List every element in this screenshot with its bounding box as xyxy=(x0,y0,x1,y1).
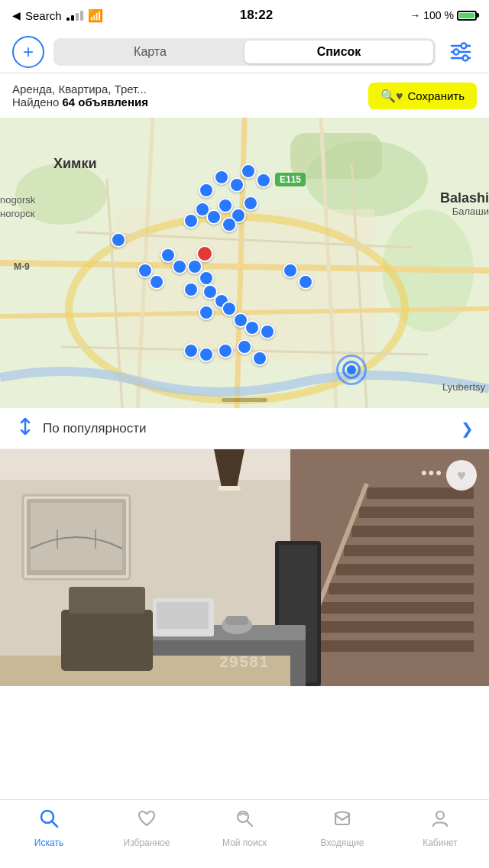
svg-point-5 xyxy=(463,55,468,60)
tab-inbox[interactable]: Входящие xyxy=(293,808,391,848)
sort-icon xyxy=(15,416,35,441)
svg-point-58 xyxy=(436,811,444,819)
tab-profile[interactable]: Кабинет xyxy=(391,808,489,848)
tab-inbox-label: Входящие xyxy=(321,837,364,848)
map-label-lyubertsy: Lyubertsy xyxy=(442,381,485,393)
filter-button[interactable] xyxy=(445,36,477,68)
map-pin[interactable] xyxy=(229,177,244,193)
status-time: 18:22 xyxy=(240,8,273,23)
add-button[interactable]: + xyxy=(12,36,44,68)
svg-rect-10 xyxy=(290,133,382,179)
listing-more-button[interactable]: ••• xyxy=(421,463,443,483)
svg-rect-37 xyxy=(351,526,474,537)
map-pin[interactable] xyxy=(218,198,233,213)
map-pin[interactable] xyxy=(260,324,275,339)
map-pin[interactable] xyxy=(241,164,256,179)
filter-icon xyxy=(449,41,473,63)
tab-favorites[interactable]: Избранное xyxy=(98,808,196,848)
listing-image xyxy=(0,449,489,686)
location-icon: → xyxy=(410,9,420,21)
svg-rect-31 xyxy=(306,640,474,652)
listing-favorite-button[interactable]: ♥ xyxy=(446,460,477,491)
tab-profile-label: Кабинет xyxy=(423,837,458,848)
status-carrier: ◀ Search 📶 xyxy=(12,8,103,23)
svg-rect-32 xyxy=(313,621,474,633)
map-label-nogorsk2: ногорск xyxy=(0,208,35,219)
map-label-khimki: Химки xyxy=(53,156,96,172)
signal-icon xyxy=(66,10,83,21)
segment-map-button[interactable]: Карта xyxy=(56,40,244,63)
sort-bar[interactable]: По популярности ❯ xyxy=(0,408,489,449)
segment-list-button[interactable]: Список xyxy=(244,40,433,63)
status-battery: → 100 % xyxy=(410,9,477,21)
battery-icon xyxy=(457,11,477,21)
ripple-pin xyxy=(336,355,367,385)
nav-bar: + Карта Список xyxy=(0,31,489,73)
svg-rect-48 xyxy=(225,616,248,625)
search-info-text: Аренда, Квартира, Трет... Найдено 64 объ… xyxy=(12,83,148,108)
svg-rect-46 xyxy=(157,602,209,629)
tab-my-search[interactable]: Мой поиск xyxy=(196,808,293,848)
tab-bar: Искать Избранное Мой поиск Входящие xyxy=(0,799,489,868)
segment-control: Карта Список xyxy=(53,38,436,66)
svg-line-57 xyxy=(247,821,252,826)
map-container[interactable]: Химки nogorsk ногорск Balashi Балаши Lyu… xyxy=(0,118,489,408)
favorites-tab-icon xyxy=(136,808,157,834)
sort-chevron-icon: ❯ xyxy=(461,419,474,438)
map-pin[interactable] xyxy=(256,173,271,188)
map-label-balashi2: Балаши xyxy=(452,206,489,217)
profile-tab-icon xyxy=(429,808,451,834)
map-label-nogorsk: nogorsk xyxy=(0,194,35,206)
map-pin[interactable] xyxy=(111,232,126,248)
map-pin[interactable] xyxy=(206,209,222,225)
search-count: Найдено 64 объявления xyxy=(12,96,148,108)
heart-icon: ♥ xyxy=(457,467,466,484)
svg-rect-33 xyxy=(321,602,474,614)
map-label-balashi: Balashi xyxy=(440,190,489,206)
map-pin[interactable] xyxy=(222,217,237,232)
battery-percent: 100 % xyxy=(423,9,454,21)
map-pin[interactable] xyxy=(183,213,199,228)
search-tab-icon xyxy=(38,808,60,834)
map-pin[interactable] xyxy=(298,274,313,290)
tab-search-label: Искать xyxy=(34,837,63,848)
map-pin[interactable] xyxy=(199,270,214,286)
map-pin[interactable] xyxy=(214,170,229,185)
inbox-tab-icon xyxy=(332,808,353,834)
svg-line-55 xyxy=(52,821,57,827)
tab-search[interactable]: Искать xyxy=(0,808,98,848)
map-label-m9: M-9 xyxy=(14,261,30,272)
map-pin[interactable] xyxy=(183,282,199,297)
search-query: Аренда, Квартира, Трет... xyxy=(12,83,148,96)
map-pin[interactable] xyxy=(172,259,187,274)
svg-rect-53 xyxy=(69,587,145,614)
svg-rect-36 xyxy=(344,545,474,556)
svg-rect-52 xyxy=(61,610,153,671)
save-button[interactable]: 🔍♥ Сохранить xyxy=(368,83,477,109)
svg-rect-34 xyxy=(329,583,474,594)
tab-my-search-label: Мой поиск xyxy=(222,837,267,848)
map-pin[interactable] xyxy=(149,274,164,290)
map-drag-handle[interactable] xyxy=(222,398,267,402)
svg-rect-50 xyxy=(218,486,241,491)
listing-watermark: 29581 xyxy=(219,653,270,671)
svg-rect-38 xyxy=(359,507,474,518)
plus-icon: + xyxy=(23,41,34,63)
status-bar: ◀ Search 📶 18:22 → 100 % xyxy=(0,0,489,31)
map-pin[interactable] xyxy=(237,339,252,355)
svg-point-3 xyxy=(454,49,459,54)
map-pin[interactable] xyxy=(252,351,267,366)
carrier-label: Search xyxy=(25,9,62,22)
map-pin[interactable] xyxy=(199,347,214,362)
map-pin[interactable] xyxy=(199,305,214,320)
map-pin[interactable] xyxy=(244,320,260,335)
map-pin[interactable] xyxy=(218,343,233,358)
search-info-bar: Аренда, Квартира, Трет... Найдено 64 объ… xyxy=(0,73,489,118)
map-pin[interactable] xyxy=(243,196,258,211)
map-pin[interactable] xyxy=(283,263,298,278)
map-pin[interactable] xyxy=(183,343,199,358)
map-pin[interactable] xyxy=(199,183,214,198)
tab-favorites-label: Избранное xyxy=(124,837,170,848)
e115-badge: E115 xyxy=(275,173,306,186)
listing-card[interactable]: ••• ♥ 29581 xyxy=(0,449,489,686)
